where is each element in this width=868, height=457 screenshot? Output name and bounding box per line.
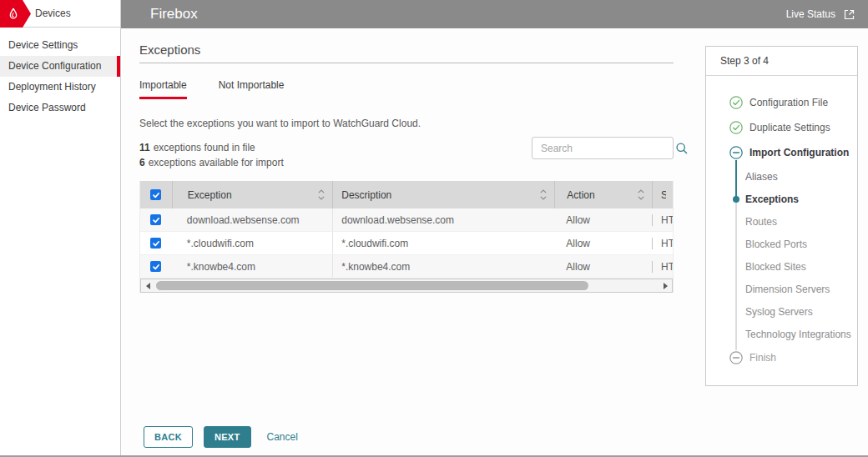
select-all-checkbox[interactable] [150,189,161,200]
sidebar-item-device-configuration[interactable]: Device Configuration [0,56,120,77]
back-button[interactable]: BACK [144,426,193,448]
wizard-step-dimension-servers: Dimension Servers [706,278,857,300]
current-substep-dot [733,196,739,203]
wizard-step-label: Duplicate Settings [749,122,830,133]
wizard-step-label: Routes [745,216,777,228]
instruction-text: Select the exceptions you want to import… [139,118,674,129]
cell-description: *.knowbe4.com [332,255,554,278]
wizard-panel: Step 3 of 4 Configuration FileDuplicate … [705,46,858,386]
wizard-step-duplicate-settings: Duplicate Settings [706,115,857,140]
wizard-step-label: Configuration File [749,97,828,108]
action-bar: BACK NEXT Cancel [144,426,298,448]
column-header-label: Action [567,189,637,201]
column-header-description[interactable]: Description [332,181,554,208]
wizard-step-configuration-file: Configuration File [706,90,857,115]
column-header-label: Se [661,189,666,201]
step-minus-icon [729,146,743,159]
table-row: *.knowbe4.com*.knowbe4.comAllowHT [140,255,673,279]
column-header-label: Description [341,189,539,201]
page-title: Exceptions [139,43,674,57]
search-icon[interactable] [675,142,689,155]
wizard-step-label: Syslog Servers [745,306,813,318]
sort-icon [539,188,548,202]
cell-action: Allow [554,238,652,249]
title-divider [139,63,674,63]
column-header-se: Se [652,181,673,208]
row-checkbox[interactable] [150,238,161,249]
wizard-step-label: Exceptions [745,193,799,205]
cell-service: HT [652,261,673,273]
cell-action: Allow [554,214,652,226]
wizard-step-label: Aliases [745,171,778,183]
wizard-step-label: Blocked Ports [745,239,807,250]
cell-service: HT [652,238,673,249]
external-link-icon [842,8,856,22]
search-input[interactable] [532,143,675,154]
wizard-step-exceptions: Exceptions [706,188,857,210]
sidebar-item-device-settings[interactable]: Device Settings [0,35,120,56]
sidebar-item-label: Device Password [8,102,86,113]
wizard-step-blocked-ports: Blocked Ports [706,233,857,255]
watchguard-logo-banner [0,0,31,28]
wizard-step-technology-integrations: Technology Integrations [706,323,857,345]
cell-exception: download.websense.com [172,214,332,226]
wizard-step-label: Dimension Servers [745,284,830,295]
page: Devices Device SettingsDevice Configurat… [0,0,868,457]
sidebar-item-deployment-history[interactable]: Deployment History [0,77,120,98]
wizard-step-blocked-sites: Blocked Sites [706,255,857,278]
search-box [532,137,674,159]
step-minus-icon [729,351,743,364]
table-row: download.websense.comdownload.websense.c… [140,208,673,232]
cell-service: HT [652,214,673,226]
step-complete-icon [729,121,743,134]
cancel-link[interactable]: Cancel [267,431,298,443]
next-button[interactable]: NEXT [204,426,251,448]
active-indicator-bar [117,56,120,77]
wizard-step-label: Finish [749,352,776,364]
row-checkbox[interactable] [150,214,161,225]
flame-icon [5,6,22,23]
tab-bar: ImportableNot Importable [139,79,674,99]
table-body: download.websense.comdownload.websense.c… [140,208,673,279]
wizard-step-import-configuration: Import Configuration [706,140,857,165]
wizard-step-routes: Routes [706,210,857,233]
section-label: Devices [35,0,71,28]
sidebar-item-label: Device Configuration [8,60,101,72]
cell-exception: *.knowbe4.com [172,261,332,273]
wizard-steps: Configuration FileDuplicate SettingsImpo… [706,76,857,370]
stat-text: exceptions found in file [154,142,255,153]
sidebar: Devices Device SettingsDevice Configurat… [0,0,121,455]
cell-action: Allow [554,261,652,273]
scroll-right-arrow[interactable] [659,279,672,292]
sort-icon [317,188,326,202]
cell-description: *.cloudwifi.com [332,232,554,254]
column-header-action[interactable]: Action [554,181,652,208]
live-status-button[interactable]: Live Status [786,8,856,22]
exceptions-table: ExceptionDescriptionActionSe download.we… [139,181,674,293]
column-header-exception[interactable]: Exception [172,181,332,208]
page-header-title: Firebox [150,6,198,23]
stat-text: exceptions available for import [149,157,284,168]
tab-importable[interactable]: Importable [139,79,187,99]
wizard-step-counter: Step 3 of 4 [706,47,857,76]
select-all-header-cell [140,181,172,208]
sidebar-item-label: Deployment History [8,81,96,93]
wizard-step-label: Import Configuration [749,147,849,158]
tab-not-importable[interactable]: Not Importable [219,79,285,99]
table-row: *.cloudwifi.com*.cloudwifi.comAllowHT [140,232,673,255]
scroll-left-arrow[interactable] [141,279,154,292]
wizard-step-label: Technology Integrations [745,329,851,340]
sidebar-nav: Device SettingsDevice ConfigurationDeplo… [0,28,120,118]
sidebar-item-device-password[interactable]: Device Password [0,98,120,118]
topbar: Firebox Live Status [121,0,868,28]
scrollbar-thumb[interactable] [156,281,588,290]
cell-exception: *.cloudwifi.com [172,238,332,249]
wizard-step-label: Blocked Sites [745,261,806,273]
stat-count: 11 [139,142,150,153]
row-checkbox-cell [140,261,172,272]
row-checkbox[interactable] [150,261,161,272]
row-checkbox-cell [140,214,172,225]
wizard-step-syslog-servers: Syslog Servers [706,300,857,323]
step-complete-icon [729,96,743,109]
stat-count: 6 [139,157,145,168]
